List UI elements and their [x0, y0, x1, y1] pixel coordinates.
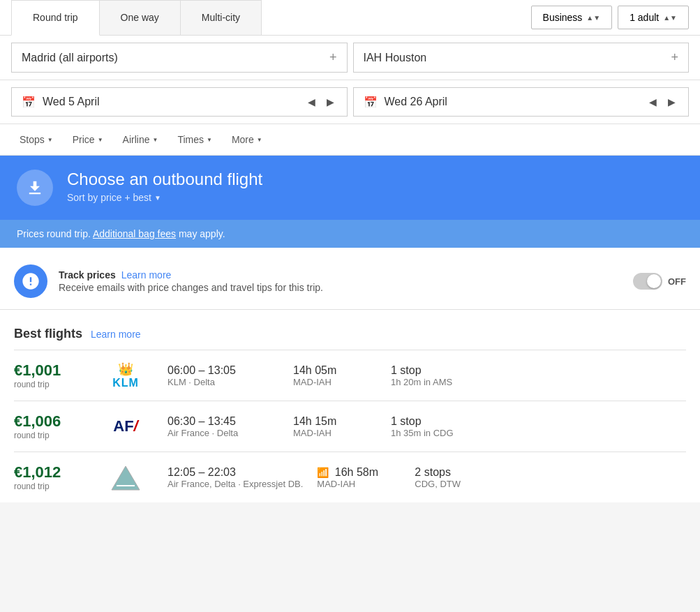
flight-price: €1,012 [14, 463, 84, 482]
bag-fees-link[interactable]: Additional bag fees [93, 228, 176, 239]
return-date-field[interactable]: 📅 Wed 26 April ◀ ▶ [353, 87, 690, 117]
flight-stop-detail: 1h 35m in CDG [391, 428, 502, 438]
track-prices-title: Track prices [59, 269, 116, 281]
flight-times: 06:00 – 13:05 [167, 364, 279, 377]
price-filter[interactable]: Price ▼ [64, 130, 112, 149]
best-flights-title: Best flights [14, 327, 82, 341]
destination-field[interactable]: IAH Houston + [353, 43, 690, 73]
flight-stops: 1 stop [391, 415, 502, 428]
flight-duration: 📶 16h 58m [317, 466, 401, 479]
return-date-prev[interactable]: ◀ [646, 95, 660, 109]
origin-add-icon: + [329, 50, 337, 65]
airline-caret-icon: ▼ [152, 137, 158, 143]
outbound-icon [17, 170, 53, 206]
stops-caret-icon: ▼ [47, 137, 53, 143]
flight-row[interactable]: €1,006 round trip AF/ 06:30 – 13:45 Air … [14, 401, 686, 451]
flight-times: 06:30 – 13:45 [167, 415, 279, 428]
flight-price: €1,001 [14, 361, 84, 380]
more-filter[interactable]: More ▼ [223, 130, 271, 149]
passengers-chevron-icon: ▲▼ [663, 14, 677, 22]
best-flights-learn-more[interactable]: Learn more [91, 329, 141, 340]
flight-airline-info: Air France, Delta · Expressjet DB. [167, 479, 303, 489]
flight-row[interactable]: €1,012 round trip 12:05 – 22:03 Air Fran… [14, 451, 686, 502]
track-learn-more-link[interactable]: Learn more [121, 269, 172, 281]
flight-route: MAD-IAH [317, 479, 401, 489]
price-label: round trip [14, 431, 84, 440]
stops-filter[interactable]: Stops ▼ [11, 130, 61, 149]
flight-stop-detail: CDG, DTW [415, 479, 526, 489]
flight-stop-detail: 1h 20m in AMS [391, 377, 502, 387]
cabin-class-select[interactable]: Business ▲▼ [531, 6, 613, 29]
triangle-airline-icon [108, 463, 143, 491]
download-arrow-icon [25, 178, 45, 197]
depart-date-field[interactable]: 📅 Wed 5 April ◀ ▶ [11, 87, 348, 117]
more-caret-icon: ▼ [257, 137, 262, 143]
calendar-icon-depart: 📅 [22, 96, 36, 109]
flight-price: €1,006 [14, 412, 84, 431]
airline-logo-klm: 👑 KLM [98, 361, 154, 389]
return-date-next[interactable]: ▶ [665, 95, 678, 109]
depart-date-next[interactable]: ▶ [324, 95, 337, 109]
tab-multicity[interactable]: Multi-city [181, 0, 262, 35]
flight-airline-info: KLM · Delta [167, 377, 279, 387]
info-bar: Prices round trip. Additional bag fees m… [0, 220, 700, 248]
airline-filter[interactable]: Airline ▼ [114, 130, 167, 149]
cabin-chevron-icon: ▲▼ [586, 14, 600, 22]
toggle-off-label: OFF [668, 276, 686, 287]
sort-link[interactable]: Sort by price + best ▼ [67, 192, 262, 203]
flight-duration: 14h 15m [293, 415, 377, 428]
best-flights-section: Best flights Learn more €1,001 round tri… [0, 315, 700, 502]
times-filter[interactable]: Times ▼ [169, 130, 221, 149]
price-label: round trip [14, 380, 84, 389]
price-caret-icon: ▼ [98, 137, 103, 143]
outbound-title: Choose an outbound flight [67, 170, 262, 189]
price-label: round trip [14, 482, 84, 491]
destination-add-icon: + [671, 50, 678, 65]
times-caret-icon: ▼ [207, 137, 212, 143]
origin-field[interactable]: Madrid (all airports) + [11, 43, 348, 73]
passengers-select[interactable]: 1 adult ▲▼ [618, 6, 689, 29]
flight-duration: 14h 05m [293, 364, 377, 377]
flight-times: 12:05 – 22:03 [167, 466, 303, 479]
flight-route: MAD-IAH [293, 428, 377, 438]
depart-date-prev[interactable]: ◀ [305, 95, 318, 109]
flight-row[interactable]: €1,001 round trip 👑 KLM 06:00 – 13:05 KL… [14, 350, 686, 401]
tab-roundtrip[interactable]: Round trip [11, 0, 100, 36]
track-prices-section: Track prices Learn more Receive emails w… [0, 253, 700, 310]
calendar-icon-return: 📅 [364, 96, 378, 109]
tab-oneway[interactable]: One way [100, 0, 181, 35]
track-prices-icon [14, 264, 47, 298]
outbound-banner: Choose an outbound flight Sort by price … [0, 156, 700, 220]
wifi-icon: 📶 [317, 467, 329, 478]
flight-airline-info: Air France · Delta [167, 428, 279, 438]
sort-caret-icon: ▼ [154, 194, 161, 202]
track-description: Receive emails with price changes and tr… [59, 282, 622, 293]
track-toggle-area: OFF [633, 273, 686, 290]
airline-logo-af: AF/ [98, 417, 154, 435]
flight-stops: 2 stops [415, 466, 526, 479]
airline-logo-triangle [98, 463, 154, 491]
flight-route: MAD-IAH [293, 377, 377, 387]
flight-stops: 1 stop [391, 364, 502, 377]
track-prices-toggle[interactable] [633, 273, 662, 290]
